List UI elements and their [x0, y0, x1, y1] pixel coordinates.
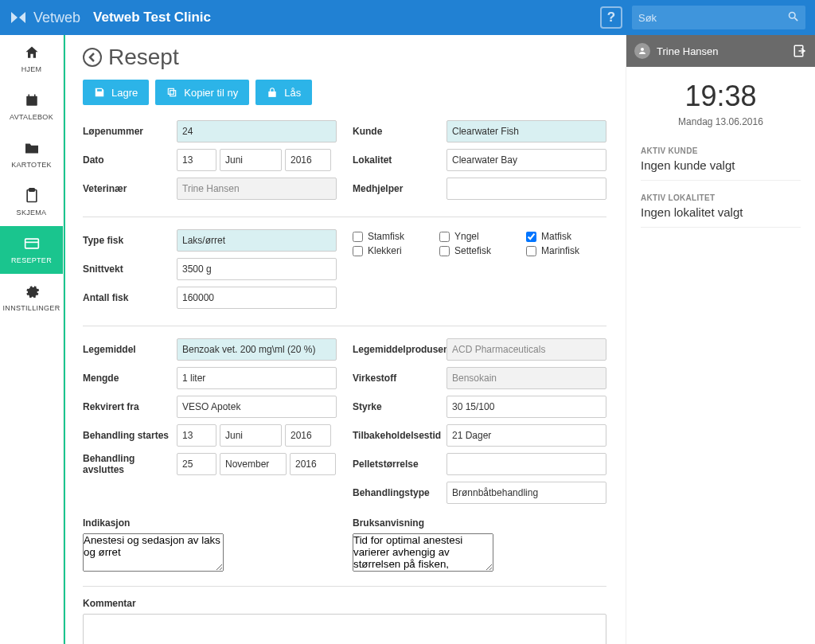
- lock-icon: [267, 87, 278, 98]
- sidebar-item-label: AVTALEBOK: [10, 113, 53, 121]
- main-content: Resept Lagre Kopier til ny Lås Løpenumme…: [64, 35, 626, 644]
- label-lopenummer: Løpenummer: [83, 126, 177, 137]
- sidebar-item-label: RESEPTER: [11, 256, 52, 264]
- lopenummer-field[interactable]: [177, 120, 337, 142]
- logo-text: Vetweb: [33, 10, 80, 26]
- label-legemiddel: Legemiddel: [83, 344, 177, 355]
- label-pelletstorrelse: Pelletstørrelse: [353, 459, 446, 470]
- label-kunde: Kunde: [353, 126, 446, 137]
- prescription-icon: [24, 236, 40, 252]
- clipboard-icon: [24, 188, 40, 204]
- label-dato: Dato: [83, 154, 177, 166]
- mengde-field[interactable]: [177, 367, 337, 389]
- label-styrke: Styrke: [353, 401, 446, 412]
- search-input[interactable]: [638, 12, 787, 24]
- legemiddel-field[interactable]: [177, 338, 337, 361]
- label-behandling-avsluttes: Behandling avsluttes: [83, 453, 177, 475]
- cb-settefisk[interactable]: Settefisk: [439, 245, 520, 256]
- save-label: Lagre: [111, 87, 138, 99]
- svg-rect-10: [170, 91, 176, 96]
- svg-rect-11: [169, 88, 174, 94]
- yngel-checkbox[interactable]: [439, 232, 450, 242]
- aktiv-lokalitet-value: Ingen lokalitet valgt: [641, 205, 801, 228]
- lock-button[interactable]: Lås: [255, 80, 312, 105]
- behandlingstype-select[interactable]: Brønnbåtbehandling: [446, 482, 606, 504]
- label-lokalitet: Lokalitet: [353, 154, 446, 166]
- sidebar-item-label: SKJEMA: [17, 209, 47, 217]
- klekkeri-checkbox[interactable]: [353, 246, 363, 256]
- cb-yngel[interactable]: Yngel: [439, 231, 520, 242]
- antall-fisk-field[interactable]: [177, 287, 337, 309]
- start-month-select[interactable]: Juni: [220, 424, 282, 447]
- cb-klekkeri[interactable]: Klekkeri: [353, 245, 433, 256]
- label-rekvirert-fra: Rekvirert fra: [83, 401, 177, 412]
- dato-day-select[interactable]: 13: [177, 149, 216, 171]
- help-icon[interactable]: ?: [600, 6, 622, 29]
- end-day-select[interactable]: 25: [177, 453, 216, 475]
- sidebar-item-kartotek[interactable]: KARTOTEK: [0, 131, 63, 178]
- svg-rect-8: [25, 239, 38, 248]
- label-tilbakeholdelsestid: Tilbakeholdelsestid: [353, 430, 446, 441]
- logout-icon[interactable]: [793, 44, 807, 58]
- avatar: [634, 43, 650, 59]
- copy-button[interactable]: Kopier til ny: [155, 80, 249, 105]
- dato-year-select[interactable]: 2016: [285, 149, 331, 171]
- matfisk-checkbox[interactable]: [526, 232, 536, 242]
- settefisk-checkbox[interactable]: [439, 246, 450, 256]
- svg-rect-7: [29, 189, 34, 191]
- tilbakeholdelsestid-field[interactable]: [446, 424, 606, 447]
- sidebar-item-skjema[interactable]: SKJEMA: [0, 178, 63, 226]
- dato-month-select[interactable]: Juni: [220, 149, 282, 171]
- sidebar-item-innstillinger[interactable]: INNSTILLINGER: [0, 274, 63, 322]
- cb-stamfisk[interactable]: Stamfisk: [353, 231, 433, 242]
- clock-time: 19:38: [626, 80, 815, 113]
- marinfisk-checkbox[interactable]: [526, 246, 536, 256]
- calendar-icon: [24, 92, 40, 108]
- lokalitet-select[interactable]: Clearwater Bay: [446, 149, 606, 171]
- indikasjon-textarea[interactable]: Anestesi og sedasjon av laks og ørret: [83, 533, 224, 572]
- snittvekt-field[interactable]: [177, 258, 337, 280]
- styrke-field[interactable]: [446, 396, 606, 418]
- topbar: Vetweb Vetweb Test Clinic ?: [0, 0, 815, 35]
- sidebar-item-label: KARTOTEK: [11, 161, 52, 169]
- logo-group[interactable]: Vetweb: [10, 9, 80, 26]
- svg-line-1: [794, 18, 797, 21]
- sidebar-item-hjem[interactable]: HJEM: [0, 35, 63, 83]
- legemiddelprodusent-field: [446, 338, 606, 361]
- gear-icon: [24, 283, 40, 299]
- save-button[interactable]: Lagre: [83, 80, 149, 105]
- medhjelper-field[interactable]: [446, 178, 606, 200]
- copy-label: Kopier til ny: [184, 87, 238, 99]
- label-mengde: Mengde: [83, 373, 177, 384]
- label-virkestoff: Virkestoff: [353, 373, 446, 384]
- user-bar: Trine Hansen: [626, 35, 815, 67]
- kunde-field[interactable]: [446, 120, 606, 142]
- fish-checkbox-grid: Stamfisk Yngel Matfisk Klekkeri Settefis…: [353, 228, 606, 256]
- label-indikasjon: Indikasjon: [83, 517, 177, 529]
- label-medhjelper: Medhjelper: [353, 183, 446, 194]
- sidebar-item-label: HJEM: [21, 65, 42, 73]
- folder-icon: [24, 140, 40, 156]
- end-year-select[interactable]: 2016: [290, 453, 336, 475]
- back-button[interactable]: [83, 48, 102, 67]
- start-year-select[interactable]: 2016: [285, 424, 331, 447]
- sidebar-item-avtalebok[interactable]: AVTALEBOK: [0, 83, 63, 131]
- bruksanvisning-textarea[interactable]: Tid for optimal anestesi varierer avheng…: [353, 533, 493, 572]
- stamfisk-checkbox[interactable]: [353, 232, 363, 242]
- sidebar-item-resepter[interactable]: RESEPTER: [0, 226, 63, 274]
- end-month-select[interactable]: November: [220, 453, 287, 475]
- kommentar-textarea[interactable]: [83, 614, 606, 644]
- label-kommentar: Kommentar: [83, 598, 177, 609]
- rekvirert-fra-field[interactable]: [177, 396, 337, 418]
- start-day-select[interactable]: 13: [177, 424, 216, 447]
- type-fisk-field[interactable]: [177, 229, 337, 252]
- user-name: Trine Hansen: [657, 45, 786, 57]
- search-box[interactable]: [632, 6, 805, 29]
- page-header: Resept: [83, 45, 606, 70]
- clock-date: Mandag 13.06.2016: [626, 116, 815, 127]
- cb-matfisk[interactable]: Matfisk: [526, 231, 606, 242]
- cb-marinfisk[interactable]: Marinfisk: [526, 245, 606, 256]
- home-icon: [24, 45, 40, 60]
- pelletstorrelse-field[interactable]: [446, 453, 606, 475]
- veterinaer-field: [177, 178, 337, 200]
